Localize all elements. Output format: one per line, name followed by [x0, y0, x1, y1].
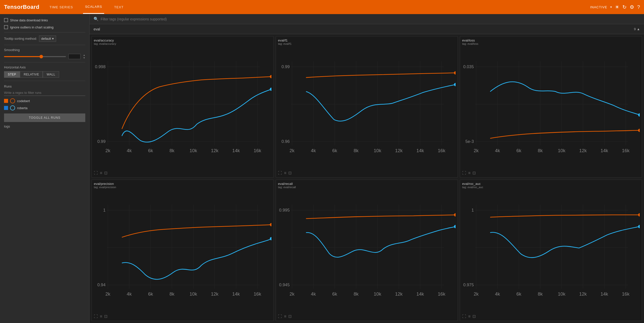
toggle-all-runs-button[interactable]: TOGGLE ALL RUNS [4, 113, 85, 122]
tooltip-select[interactable]: default ▾ [39, 35, 56, 42]
list-icon-4[interactable]: ≡ [284, 314, 286, 319]
svg-text:6k: 6k [148, 148, 153, 153]
list-icon-0[interactable]: ≡ [100, 171, 102, 175]
svg-text:14k: 14k [416, 292, 424, 297]
run-checkbox-roberta[interactable] [4, 106, 8, 110]
svg-text:1: 1 [471, 208, 474, 213]
brightness-icon[interactable]: ☀ [615, 4, 619, 10]
chart-card-3: eval/precision tag: eval/precision 10.94… [92, 180, 274, 321]
expand-icon-1[interactable]: ⛶ [278, 171, 282, 175]
smoothing-stepper[interactable]: ▲ ▼ [83, 54, 85, 59]
svg-text:16k: 16k [254, 292, 261, 297]
expand-icon-2[interactable]: ⛶ [462, 171, 466, 175]
tooltip-row: Tooltip sorting method: default ▾ [4, 35, 85, 42]
run-name-codebert: codebert [17, 99, 30, 103]
chart-title-2: eval/loss [462, 38, 640, 42]
smoothing-slider-fill [4, 56, 41, 57]
expand-icon-4[interactable]: ⛶ [278, 314, 282, 319]
chart-title-0: eval/accuracy [94, 38, 271, 42]
tooltip-value: default [41, 37, 51, 41]
fit-icon-5[interactable]: ⊡ [472, 314, 476, 319]
show-download-checkbox[interactable] [4, 18, 8, 22]
smoothing-up-icon[interactable]: ▲ [83, 54, 85, 56]
chart-area-0: 0.9980.99 2k4k6k8k10k12k14k16k [94, 46, 271, 170]
refresh-icon[interactable]: ↻ [622, 4, 627, 10]
svg-text:6k: 6k [516, 292, 521, 297]
svg-text:2k: 2k [290, 148, 295, 153]
main-layout: Show data download links Ignore outliers… [0, 14, 644, 323]
chart-card-1: eval/f1 tag: eval/f1 0.990.96 2k4k6k8k10… [276, 36, 458, 178]
fit-icon-1[interactable]: ⊡ [288, 171, 292, 175]
nav-time-series[interactable]: TIME SERIES [48, 1, 75, 14]
svg-rect-0 [94, 61, 271, 155]
list-icon-2[interactable]: ≡ [468, 171, 470, 175]
run-checkbox-codebert[interactable] [4, 99, 8, 103]
svg-text:12k: 12k [211, 148, 219, 153]
ignore-outliers-checkbox[interactable] [4, 25, 8, 29]
fit-icon-0[interactable]: ⊡ [104, 171, 107, 175]
svg-text:0.975: 0.975 [463, 282, 474, 287]
fit-icon-4[interactable]: ⊡ [288, 314, 292, 319]
nav-text[interactable]: TEXT [112, 1, 126, 14]
chart-title-5: eval/roc_auc [462, 182, 640, 186]
settings-icon[interactable]: ⚙ [630, 4, 634, 10]
status-dropdown-icon[interactable]: ▾ [610, 5, 612, 9]
section-header: eval 9 ▲ [90, 24, 644, 34]
svg-text:8k: 8k [538, 292, 543, 297]
svg-text:16k: 16k [438, 292, 446, 297]
expand-icon-5[interactable]: ⛶ [462, 314, 466, 319]
expand-icon-3[interactable]: ⛶ [94, 314, 98, 319]
runs-filter-input[interactable] [4, 90, 85, 96]
smoothing-slider-track[interactable] [4, 56, 66, 57]
axis-relative-button[interactable]: RELATIVE [20, 71, 43, 78]
chart-toolbar-0: ⛶ ≡ ⊡ [94, 170, 271, 175]
chart-card-5: eval/roc_auc tag: eval/roc_auc 10.975 2k… [460, 180, 642, 321]
ignore-outliers-row: Ignore outliers in chart scaling [4, 25, 85, 29]
svg-text:4k: 4k [127, 148, 132, 153]
logs-label: logs [4, 125, 85, 128]
chart-toolbar-3: ⛶ ≡ ⊡ [94, 313, 271, 319]
svg-text:0.99: 0.99 [97, 139, 106, 144]
chart-svg-1: 0.990.96 2k4k6k8k10k12k14k16k [278, 46, 456, 170]
chart-subtitle-5: tag: eval/roc_auc [462, 186, 640, 189]
svg-rect-96 [278, 205, 456, 298]
fit-icon-3[interactable]: ⊡ [104, 314, 107, 319]
axis-buttons: STEP RELATIVE WALL [4, 71, 85, 78]
section-collapse-icon[interactable]: ▲ [637, 27, 640, 31]
svg-text:10k: 10k [189, 292, 197, 297]
chart-svg-0: 0.9980.99 2k4k6k8k10k12k14k16k [94, 46, 271, 170]
tooltip-dropdown-icon: ▾ [52, 37, 54, 41]
list-icon-3[interactable]: ≡ [100, 314, 102, 319]
chart-svg-3: 10.94 2k4k6k8k10k12k14k16k [94, 190, 271, 313]
search-input[interactable] [101, 17, 640, 21]
chart-toolbar-2: ⛶ ≡ ⊡ [462, 170, 640, 175]
svg-text:8k: 8k [354, 148, 359, 153]
ignore-outliers-label: Ignore outliers in chart scaling [10, 25, 54, 29]
svg-text:8k: 8k [538, 148, 543, 153]
svg-text:5e-3: 5e-3 [465, 139, 474, 144]
axis-wall-button[interactable]: WALL [43, 71, 59, 78]
svg-text:14k: 14k [600, 292, 608, 297]
help-icon[interactable]: ? [637, 4, 640, 10]
svg-text:1: 1 [103, 208, 105, 213]
smoothing-down-icon[interactable]: ▼ [83, 57, 85, 59]
svg-text:0.94: 0.94 [97, 282, 106, 287]
divider-2 [4, 45, 85, 45]
smoothing-slider-thumb[interactable] [39, 55, 43, 58]
svg-text:4k: 4k [127, 292, 132, 297]
svg-rect-72 [94, 205, 271, 298]
svg-text:12k: 12k [579, 292, 587, 297]
svg-text:2k: 2k [105, 292, 110, 297]
expand-icon-0[interactable]: ⛶ [94, 171, 98, 175]
nav-scalars[interactable]: SCALARS [83, 0, 104, 14]
svg-text:8k: 8k [170, 292, 175, 297]
list-icon-5[interactable]: ≡ [468, 314, 470, 319]
list-icon-1[interactable]: ≡ [284, 171, 286, 175]
chart-svg-4: 0.9950.945 2k4k6k8k10k12k14k16k [278, 190, 456, 313]
run-item-codebert: codebert [4, 98, 85, 103]
svg-text:14k: 14k [416, 148, 424, 153]
smoothing-value-input[interactable]: 0.6 [68, 54, 80, 59]
fit-icon-2[interactable]: ⊡ [472, 171, 476, 175]
chart-svg-5: 10.975 2k4k6k8k10k12k14k16k [462, 190, 640, 313]
axis-step-button[interactable]: STEP [4, 71, 20, 78]
